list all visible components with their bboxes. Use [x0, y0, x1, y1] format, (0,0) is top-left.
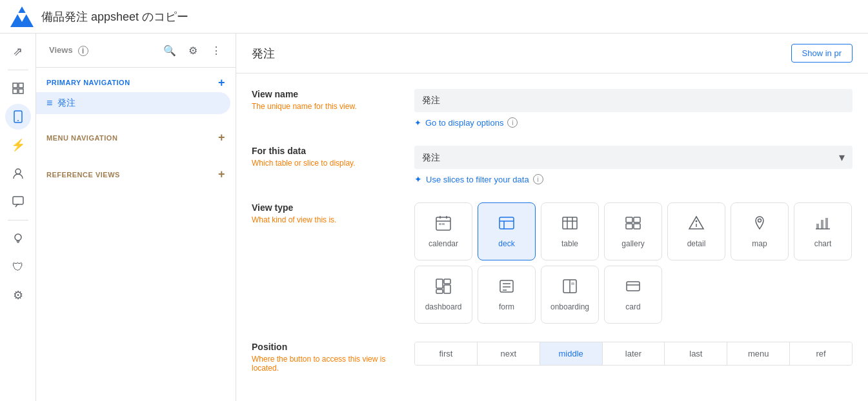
for-data-section: For this data Which table or slice to di… — [252, 146, 853, 184]
filter-link[interactable]: ✦ Use slices to filter your data i — [414, 174, 853, 184]
primary-nav-section: PRIMARY NAVIGATION + ≡ 発注 — [36, 68, 236, 119]
view-type-gallery[interactable]: gallery — [604, 202, 662, 260]
svg-rect-34 — [825, 218, 828, 229]
view-name-field-col: ✦ Go to display options i — [414, 89, 853, 128]
sparkle-icon: ✦ — [414, 118, 421, 128]
rail-icon-mobile[interactable] — [5, 104, 31, 130]
svg-point-7 — [17, 120, 19, 121]
view-type-chart[interactable]: chart — [794, 202, 852, 260]
view-type-icon-deck — [498, 215, 515, 235]
rail-icon-bolt[interactable]: ⚡ — [5, 132, 31, 158]
position-btn-ref[interactable]: ref — [790, 342, 852, 365]
menu-nav-header[interactable]: MENU NAVIGATION + — [36, 124, 236, 151]
content-title: 発注 — [252, 46, 791, 61]
view-type-icon-calendar — [435, 215, 452, 235]
icon-rail: ⇗ ⚡ 🛡 ⚙ — [0, 34, 36, 401]
add-menu-nav-button[interactable]: + — [218, 131, 225, 144]
view-type-deck[interactable]: deck — [478, 202, 536, 260]
filter-sparkle-icon: ✦ — [414, 174, 422, 184]
view-type-calendar[interactable]: calendar — [414, 202, 472, 260]
for-data-select[interactable]: 発注 — [414, 146, 853, 169]
position-btn-later[interactable]: later — [603, 342, 665, 365]
primary-nav-header[interactable]: PRIMARY NAVIGATION + — [36, 73, 236, 92]
for-data-desc: Which table or slice to display. — [252, 159, 394, 168]
view-type-icon-form — [498, 278, 515, 298]
position-btn-first[interactable]: first — [415, 342, 478, 365]
display-options-info-icon[interactable]: i — [507, 117, 518, 128]
view-type-icon-card — [625, 278, 641, 298]
view-type-icon-gallery — [625, 215, 641, 235]
display-options-link[interactable]: ✦ Go to display options i — [414, 117, 853, 128]
svg-rect-4 — [13, 89, 17, 93]
rail-icon-gear[interactable]: ⚙ — [5, 282, 31, 308]
reference-views-section: REFERENCE VIEWS + — [36, 156, 236, 193]
add-reference-view-button[interactable]: + — [218, 168, 225, 181]
views-info-icon[interactable]: i — [78, 46, 88, 56]
content-body: View name The unique name for this view.… — [236, 73, 868, 401]
view-type-icon-chart — [814, 215, 831, 235]
main-body: ⇗ ⚡ 🛡 ⚙ Vi — [0, 34, 868, 401]
reference-views-header[interactable]: REFERENCE VIEWS + — [36, 161, 236, 188]
app-logo — [10, 5, 34, 28]
search-button[interactable]: 🔍 — [161, 41, 179, 59]
view-type-label-map: map — [752, 239, 767, 248]
rail-icon-share[interactable]: ⇗ — [5, 39, 31, 64]
position-desc: Where the button to access this view is … — [252, 355, 394, 373]
rail-icon-chat[interactable] — [5, 189, 31, 215]
view-type-onboarding[interactable]: onboarding — [541, 266, 599, 324]
add-primary-nav-button[interactable]: + — [218, 77, 225, 88]
view-type-form[interactable]: form — [478, 266, 536, 324]
svg-rect-5 — [19, 89, 23, 93]
position-grid: firstnextmiddlelaterlastmenuref — [414, 342, 853, 366]
position-btn-menu[interactable]: menu — [727, 342, 790, 365]
view-type-label-table: table — [561, 239, 578, 248]
app-title: 備品発注 appsheet のコピー — [41, 9, 188, 24]
view-type-detail[interactable]: detail — [667, 202, 725, 260]
sidebar-icons: 🔍 ⚙ ⋮ — [161, 41, 225, 59]
for-data-label-col: For this data Which table or slice to di… — [252, 146, 394, 184]
more-button[interactable]: ⋮ — [207, 41, 225, 59]
position-field-col: firstnextmiddlelaterlastmenuref — [414, 342, 853, 373]
view-type-table[interactable]: table — [541, 202, 599, 260]
view-type-label-deck: deck — [498, 239, 514, 248]
position-section: Position Where the button to access this… — [252, 342, 853, 373]
view-type-map[interactable]: map — [731, 202, 789, 260]
svg-rect-15 — [439, 223, 441, 225]
svg-rect-16 — [442, 223, 445, 225]
top-header: 備品発注 appsheet のコピー — [0, 0, 868, 34]
reference-views-label: REFERENCE VIEWS — [46, 171, 120, 179]
position-title: Position — [252, 342, 394, 352]
view-name-label-col: View name The unique name for this view. — [252, 89, 394, 128]
view-type-card[interactable]: card — [604, 266, 662, 324]
rail-icon-table[interactable] — [5, 75, 31, 101]
view-type-icon-onboarding — [561, 278, 578, 298]
view-type-dashboard[interactable]: dashboard — [414, 266, 472, 324]
position-btn-next[interactable]: next — [478, 342, 540, 365]
view-type-label-dashboard: dashboard — [425, 302, 462, 311]
view-type-grid: calendar deck table gallery detail map c… — [414, 202, 853, 324]
view-name-title: View name — [252, 89, 394, 99]
view-type-label-chart: chart — [814, 239, 832, 248]
position-btn-middle[interactable]: middle — [540, 342, 603, 365]
svg-rect-9 — [13, 197, 23, 204]
sidebar-header: Views i 🔍 ⚙ ⋮ — [36, 34, 236, 68]
settings-button[interactable]: ⚙ — [184, 41, 202, 59]
view-type-label-col: View type What kind of view this is. — [252, 202, 394, 324]
nav-item-hakko[interactable]: ≡ 発注 — [36, 92, 230, 114]
rail-icon-bulb[interactable] — [5, 226, 31, 251]
rail-icon-user[interactable] — [5, 161, 31, 186]
show-in-button[interactable]: Show in pr — [791, 44, 853, 63]
position-btn-last[interactable]: last — [665, 342, 727, 365]
svg-rect-25 — [634, 217, 640, 222]
view-type-section: View type What kind of view this is. cal… — [252, 202, 853, 324]
rail-icon-shield[interactable]: 🛡 — [5, 254, 31, 280]
svg-point-29 — [696, 220, 698, 222]
view-type-icon-map — [751, 215, 768, 235]
filter-info-icon[interactable]: i — [533, 174, 543, 184]
view-type-icon-detail — [688, 215, 705, 235]
view-name-input[interactable] — [414, 89, 853, 112]
main-content: 発注 Show in pr View name The unique name … — [236, 34, 868, 401]
svg-marker-28 — [689, 217, 703, 229]
view-type-label-form: form — [499, 302, 514, 311]
sidebar-title: Views i — [46, 44, 161, 55]
